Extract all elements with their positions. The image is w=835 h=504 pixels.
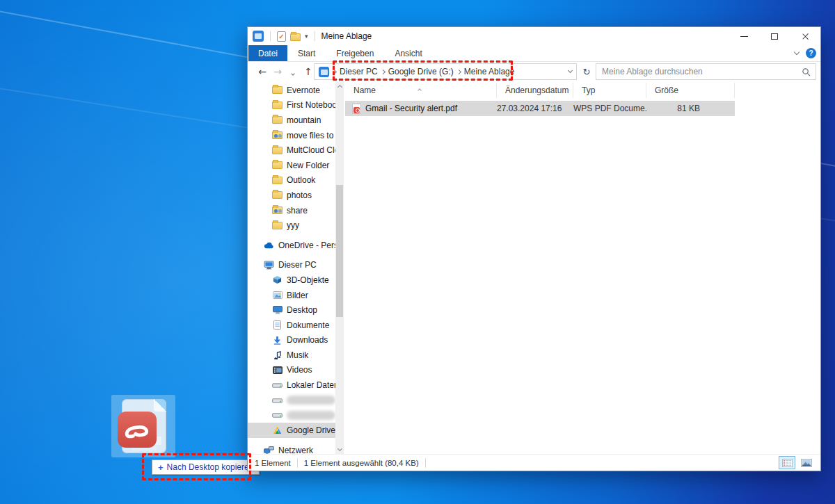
sidebar-item-label: Google Drive (G: (287, 425, 335, 435)
hard-drive-icon (272, 380, 283, 391)
pdf-page-icon (122, 399, 166, 453)
scrollbar-thumb[interactable] (336, 185, 343, 317)
sidebar-item-move-files[interactable]: move files to an (248, 128, 335, 143)
sidebar-item-desktop[interactable]: Desktop (248, 302, 335, 318)
sidebar-item-label: Lokaler Datenträ (287, 380, 335, 390)
tab-start[interactable]: Start (287, 45, 326, 61)
sidebar-item-mountain[interactable]: mountain (248, 113, 335, 128)
sidebar-item-musik[interactable]: Musik (248, 348, 335, 363)
sidebar-item-multcloud[interactable]: MultCloud Clou (248, 143, 335, 158)
redacted-label (287, 411, 335, 420)
breadcrumb-chevron-icon[interactable] (456, 69, 461, 74)
sidebar-item-onedrive[interactable]: OneDrive - Person (248, 238, 335, 253)
sidebar-item-dieser-pc[interactable]: Dieser PC (248, 258, 335, 273)
sidebar-item-photos[interactable]: photos (248, 188, 335, 203)
folder-icon (272, 220, 283, 231)
sidebar-item-videos[interactable]: Videos (248, 363, 335, 378)
sidebar-item-label: move files to an (287, 131, 335, 140)
scroll-up-arrow[interactable] (335, 81, 344, 90)
document-icon (272, 320, 283, 330)
column-header-name[interactable]: Name (345, 83, 497, 98)
close-button[interactable] (790, 27, 820, 45)
app-icon[interactable] (253, 31, 264, 42)
breadcrumb-meine-ablage[interactable]: Meine Ablage (464, 67, 515, 76)
sidebar-item-label: Netzwerk (278, 446, 313, 454)
divider (297, 458, 298, 468)
sidebar-item-dokumente[interactable]: Dokumente (248, 318, 335, 333)
sidebar-item-yyy[interactable]: yyy (248, 218, 335, 233)
address-bar[interactable]: Dieser PC Google Drive (G:) Meine Ablage (314, 63, 577, 80)
close-icon (802, 33, 809, 40)
properties-button[interactable]: ✓ (277, 31, 286, 42)
sidebar-item-label: mountain (287, 115, 321, 125)
scroll-down-arrow[interactable] (335, 445, 344, 454)
breadcrumb-chevron-icon[interactable] (332, 69, 337, 74)
breadcrumb-dieser-pc[interactable]: Dieser PC (340, 67, 378, 76)
sidebar-item-3d-objekte[interactable]: 3D-Objekte (248, 273, 335, 288)
sidebar-item-label: Bilder (287, 291, 308, 300)
column-headers: Name Änderungsdatum Typ Größe (345, 83, 818, 98)
customize-qat-dropdown[interactable]: ▾ (305, 33, 308, 40)
address-dropdown-icon[interactable] (568, 68, 573, 73)
file-list: Name Änderungsdatum Typ Größe Gmail - Se… (344, 81, 820, 454)
sidebar-item-label: share (287, 206, 308, 216)
column-header-modified[interactable]: Änderungsdatum (497, 83, 573, 98)
search-input[interactable] (596, 67, 802, 76)
music-note-icon (272, 350, 283, 360)
thumbnail-view-button[interactable] (798, 456, 815, 469)
column-header-type[interactable]: Typ (573, 83, 646, 98)
sidebar-item-bilder[interactable]: Bilder (248, 288, 335, 303)
sidebar-item-lokaler-datentraeger[interactable]: Lokaler Datenträ (248, 377, 335, 393)
breadcrumb-chevron-icon[interactable] (381, 69, 385, 74)
tab-freigeben[interactable]: Freigeben (326, 45, 384, 61)
navigation-pane: Evernote First Notebook mountain move fi… (248, 81, 335, 454)
desktop-monitor-icon (272, 305, 283, 316)
refresh-button[interactable]: ↻ (580, 63, 593, 80)
dragged-file-ghost[interactable] (111, 395, 175, 457)
google-drive-icon (272, 425, 283, 435)
sidebar-item-netzwerk[interactable]: Netzwerk (248, 444, 335, 454)
divider (425, 458, 426, 468)
maximize-button[interactable] (759, 27, 790, 45)
forward-button[interactable]: → (270, 66, 285, 77)
sidebar-item-google-drive[interactable]: Google Drive (G: (248, 423, 335, 438)
drag-copy-tooltip: + Nach Desktop kopieren (152, 460, 260, 475)
sidebar-item-evernote[interactable]: Evernote (248, 83, 335, 98)
sidebar-item-new-folder[interactable]: New Folder (248, 158, 335, 173)
back-button[interactable]: ← (255, 66, 270, 77)
tab-datei[interactable]: Datei (248, 45, 287, 61)
sidebar-item-share[interactable]: share (248, 203, 335, 218)
sidebar-item-label: Desktop (287, 305, 317, 315)
breadcrumb-google-drive[interactable]: Google Drive (G:) (388, 67, 454, 76)
sidebar-item-outlook[interactable]: Outlook (248, 173, 335, 188)
video-icon (272, 365, 283, 375)
new-folder-button[interactable] (290, 33, 301, 41)
help-icon[interactable]: ? (806, 48, 816, 58)
sidebar-item-redacted-drive[interactable] (248, 407, 335, 423)
title-bar[interactable]: ✓ ▾ Meine Ablage (248, 27, 820, 45)
sidebar-item-label: Videos (287, 365, 312, 375)
tab-ansicht[interactable]: Ansicht (384, 45, 432, 61)
recent-locations-dropdown[interactable] (285, 66, 301, 77)
plus-icon: + (158, 462, 164, 473)
sidebar-item-downloads[interactable]: Downloads (248, 333, 335, 348)
details-view-button[interactable] (779, 456, 795, 469)
sidebar-scrollbar[interactable] (335, 81, 344, 454)
file-modified-date: 27.03.2024 17:16 (497, 104, 573, 113)
file-row-selected[interactable]: Gmail - Security alert.pdf 27.03.2024 17… (345, 101, 735, 116)
search-box[interactable] (596, 63, 816, 80)
sidebar-item-redacted-drive[interactable] (248, 393, 335, 408)
minimize-icon (740, 36, 748, 37)
sidebar-item-label: OneDrive - Person (278, 241, 335, 250)
column-header-size[interactable]: Größe (646, 83, 735, 98)
status-bar: 1 Element 1 Element ausgewählt (80,4 KB) (248, 454, 820, 471)
page-fold-corner (154, 399, 166, 412)
onedrive-cloud-icon (264, 240, 274, 250)
folder-icon (272, 115, 283, 125)
sort-ascending-icon (418, 82, 421, 92)
file-size: 81 KB (646, 104, 735, 113)
window-title: Meine Ablage (321, 31, 372, 41)
minimize-button[interactable] (729, 27, 759, 45)
ribbon-collapse-icon[interactable] (794, 49, 800, 55)
sidebar-item-first-notebook[interactable]: First Notebook (248, 98, 335, 113)
